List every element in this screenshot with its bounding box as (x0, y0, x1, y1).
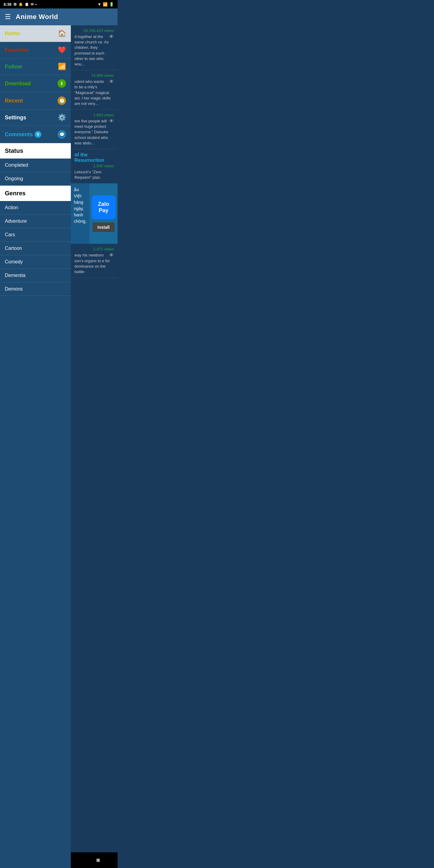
genre-dementia-item[interactable]: Dementia (0, 269, 71, 282)
genre-demons-label: Demons (5, 286, 23, 292)
recents-button[interactable]: ■ (96, 856, 100, 864)
status-completed-item[interactable]: Completed (0, 158, 71, 172)
signal-icon: 📶 (103, 2, 107, 7)
heart-icon: ❤️ (58, 46, 66, 54)
content-card-2: 1,693 views 👁 ere five people will meet … (71, 110, 118, 149)
install-button[interactable]: Install (93, 222, 114, 232)
status-bar-right: ▼ 📶 🔋 (97, 2, 114, 7)
status-section-header: Status (0, 143, 71, 158)
highlight-title: of the Resurrection (74, 152, 114, 163)
status-ongoing-item[interactable]: Ongoing (0, 172, 71, 186)
nav-label-favorites: Favorites (5, 47, 29, 53)
card-text-last: way his newborn son's organs to e for do… (74, 253, 114, 275)
nav-item-recent[interactable]: Recent 🕐 (0, 92, 71, 110)
hamburger-menu-icon[interactable]: ☰ (5, 13, 11, 21)
zalo-line1: Zalo (98, 201, 109, 207)
ad-text: ầu Việt hàng ngày, hanh chóng, (74, 187, 87, 224)
card-text-3: Lelouch's "Zero Requiem" plan. (74, 169, 114, 180)
genre-comedy-label: Comedy (5, 259, 23, 265)
genre-comedy-item[interactable]: Comedy (0, 255, 71, 269)
comments-label-wrap: Comments 9 (5, 131, 41, 138)
eye-icon-2: 👁 (109, 119, 114, 124)
battery-icon: 🔋 (109, 2, 114, 7)
views-0: 10,156,423 views (74, 28, 114, 33)
dot-icon: • (35, 2, 37, 7)
eye-icon-0: 👁 (109, 34, 114, 39)
nav-item-comments[interactable]: Comments 9 💬 (0, 126, 71, 143)
nav-item-download[interactable]: Download ⬇ (0, 75, 71, 92)
genres-section-header: Genres (0, 186, 71, 201)
wifi-icon: ▼ (97, 2, 101, 7)
genre-action-item[interactable]: Action (0, 201, 71, 215)
genre-cartoon-label: Cartoon (5, 246, 22, 251)
drawer: Home 🏠 Favorites ❤️ Follow 📶 Download ⬇ … (0, 25, 71, 868)
clock-icon: 🕐 (58, 96, 66, 105)
content-card-1: 74,969 views 👁 udent who wants to be a m… (71, 70, 118, 110)
ad-card: ầu Việt hàng ngày, hanh chóng, Zalo Pay … (71, 184, 118, 244)
nav-label-home: Home (5, 30, 20, 37)
rss-icon: 📶 (58, 63, 66, 70)
status-bar-left: 8:38 ⚙ 🔔 📋 ✉ • (4, 2, 37, 7)
zalo-logo: Zalo Pay (92, 195, 116, 219)
download-icon: ⬇ (58, 79, 66, 88)
views-1: 74,969 views (74, 73, 114, 78)
card-text-2: ere five people will meet huge protect e… (74, 119, 114, 146)
status-ongoing-label: Ongoing (5, 176, 23, 181)
nav-item-home[interactable]: Home 🏠 (0, 25, 71, 42)
content-card-0: 10,156,423 views 👁 d together at the sam… (71, 25, 118, 70)
genre-cars-item[interactable]: Cars (0, 228, 71, 242)
right-panel: 10,156,423 views 👁 d together at the sam… (71, 25, 118, 868)
nav-item-follow[interactable]: Follow 📶 (0, 59, 71, 75)
chat-icon: 💬 (58, 130, 66, 138)
nav-label-download: Download (5, 81, 31, 87)
ad-left: ầu Việt hàng ngày, hanh chóng, (71, 184, 90, 244)
clipboard-icon: 📋 (25, 2, 29, 6)
nav-item-favorites[interactable]: Favorites ❤️ (0, 42, 71, 59)
genre-demons-item[interactable]: Demons (0, 282, 71, 296)
genre-action-label: Action (5, 205, 18, 210)
email-icon: ✉ (31, 2, 33, 6)
views-last: 1,471 views (74, 247, 114, 251)
eye-icon-1: 👁 (109, 79, 114, 84)
settings-icon: ⚙ (13, 2, 17, 7)
content-card-3: of the Resurrection 1,945 views Lelouch'… (71, 149, 118, 184)
status-completed-label: Completed (5, 162, 28, 168)
genre-adventure-item[interactable]: Adventure (0, 215, 71, 228)
ad-content: ầu Việt hàng ngày, hanh chóng, Zalo Pay … (71, 184, 118, 244)
main-content: Home 🏠 Favorites ❤️ Follow 📶 Download ⬇ … (0, 25, 118, 868)
gear-icon: ⚙️ (58, 114, 66, 121)
views-3: 1,945 views (74, 164, 114, 168)
app-bar: ☰ Anime World (0, 8, 118, 25)
nav-label-settings: Settings (5, 115, 26, 121)
card-text-1: udent who wants to be a mily's "Magicara… (74, 79, 114, 106)
genre-cars-label: Cars (5, 232, 15, 238)
nav-label-follow: Follow (5, 64, 22, 70)
comments-badge: 9 (35, 131, 41, 138)
content-card-last: 1,471 views 👁 way his newborn son's orga… (71, 244, 118, 278)
ad-right: Zalo Pay Install (90, 184, 118, 244)
views-2: 1,693 views (74, 113, 114, 117)
genre-adventure-label: Adventure (5, 218, 27, 224)
nav-label-comments: Comments (5, 131, 33, 138)
eye-icon-last: 👁 (109, 253, 114, 258)
nav-label-recent: Recent (5, 98, 23, 104)
notification-icon: 🔔 (19, 2, 23, 6)
status-bar: 8:38 ⚙ 🔔 📋 ✉ • ▼ 📶 🔋 (0, 0, 118, 8)
time-display: 8:38 (4, 2, 11, 7)
genre-dementia-label: Dementia (5, 273, 25, 278)
zalo-line2: Pay (99, 207, 108, 214)
card-text-0: d together at the same church ce. As chi… (74, 34, 114, 67)
nav-item-settings[interactable]: Settings ⚙️ (0, 110, 71, 126)
app-title: Anime World (16, 13, 58, 21)
genre-cartoon-item[interactable]: Cartoon (0, 242, 71, 255)
home-icon: 🏠 (58, 30, 66, 37)
